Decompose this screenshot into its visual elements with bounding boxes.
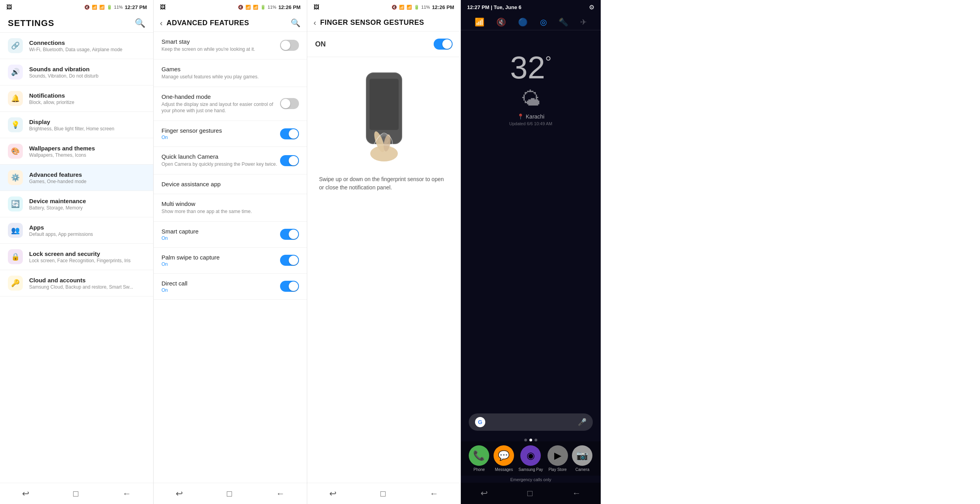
feature-item-quick-camera[interactable]: Quick launch Camera Open Camera by quick… (154, 147, 307, 174)
settings-item-title-cloud: Cloud and accounts (29, 277, 145, 284)
finger-header: ‹ FINGER SENSOR GESTURES (307, 14, 460, 32)
finger-content: ON Swipe up o (307, 32, 460, 483)
settings-item-text-display: Display Brightness, Blue light filter, H… (29, 119, 145, 132)
feature-text-one-handed: One-handed mode Adjust the display size … (161, 93, 280, 115)
feature-item-multi-window[interactable]: Multi window Show more than one app at t… (154, 194, 307, 222)
feature-title-multi-window: Multi window (161, 200, 299, 207)
finger-back-button[interactable]: ‹ (314, 18, 316, 27)
lock-search-bar[interactable]: G 🎤 (469, 413, 593, 431)
settings-item-sub-connections: Wi-Fi, Bluetooth, Data usage, Airplane m… (29, 47, 145, 52)
settings-item-cloud[interactable]: 🔑 Cloud and accounts Samsung Cloud, Back… (0, 270, 153, 296)
lock-time-value: 12:27 PM (467, 4, 489, 10)
settings-item-display[interactable]: 💡 Display Brightness, Blue light filter,… (0, 112, 153, 138)
feature-status-palm-swipe: On (161, 261, 280, 267)
home-button[interactable]: □ (73, 489, 78, 499)
mute-qs-icon[interactable]: 🔇 (496, 17, 506, 27)
lock-divider-container (461, 30, 601, 36)
advanced-features-panel: 🖼 🔇 📶 📶 🔋 11% 12:26 PM ‹ ADVANCED FEATUR… (154, 0, 307, 504)
lock-dot-indicator (461, 439, 601, 441)
feature-title-direct-call: Direct call (161, 280, 280, 287)
settings-item-text-lock: Lock screen and security Lock screen, Fa… (29, 250, 145, 263)
dock-camera-app[interactable]: 📷 Camera (572, 445, 592, 472)
finger-toggle[interactable] (434, 39, 453, 50)
settings-item-apps[interactable]: 👥 Apps Default apps, App permissions (0, 217, 153, 244)
settings-header: SETTINGS 🔍 (0, 14, 153, 33)
dock-samsung-pay-app[interactable]: ◉ Samsung Pay (518, 445, 543, 472)
airplane-qs-icon[interactable]: ✈ (580, 17, 587, 27)
toggle-smart-stay[interactable] (280, 40, 299, 51)
toggle-direct-call[interactable] (280, 281, 299, 292)
back-button2[interactable]: ← (276, 489, 285, 499)
settings-icon-wallpapers: 🎨 (8, 144, 23, 159)
settings-item-maintenance[interactable]: 🔄 Device maintenance Battery, Storage, M… (0, 191, 153, 217)
lock-city: Karachi (526, 113, 544, 120)
settings-item-text-notifications: Notifications Block, allow, prioritize (29, 92, 145, 105)
back-button3[interactable]: ← (430, 489, 438, 499)
toggle-smart-capture[interactable] (280, 229, 299, 240)
home-button2[interactable]: □ (227, 489, 232, 499)
settings-item-wallpapers[interactable]: 🎨 Wallpapers and themes Wallpapers, Them… (0, 138, 153, 165)
lock-time: 12:27 PM | Tue, June 6 (467, 4, 522, 10)
finger-on-label: ON (315, 40, 326, 48)
mic-icon[interactable]: 🎤 (578, 418, 587, 426)
dock-play-store-app[interactable]: ▶ Play Store (548, 445, 568, 472)
recent-apps-button3[interactable]: ↩ (329, 489, 336, 499)
dock-messages-app[interactable]: 💬 Messages (494, 445, 514, 472)
feature-text-finger-sensor: Finger sensor gestures On (161, 127, 280, 140)
finger-sensor-panel: 🖼 🔇 📶 📶 🔋 11% 12:26 PM ‹ FINGER SENSOR G… (307, 0, 461, 504)
settings-gear-icon[interactable]: ⚙ (589, 4, 594, 11)
lock-quick-settings: 📶 🔇 🔵 ◎ 🔦 ✈ (461, 14, 601, 30)
feature-item-direct-call[interactable]: Direct call On (154, 274, 307, 300)
recent-apps-button2[interactable]: ↩ (176, 489, 183, 499)
feature-item-one-handed[interactable]: One-handed mode Adjust the display size … (154, 87, 307, 121)
home-button4[interactable]: □ (527, 488, 533, 498)
back-button4[interactable]: ← (572, 488, 581, 498)
play-store-icon: ▶ (548, 445, 568, 466)
toggle-quick-camera[interactable] (280, 155, 299, 166)
flashlight-qs-icon[interactable]: 🔦 (559, 17, 568, 27)
recent-apps-button4[interactable]: ↩ (481, 488, 488, 498)
back-button[interactable]: ← (122, 489, 131, 499)
toggle-palm-swipe[interactable] (280, 255, 299, 266)
recent-apps-button[interactable]: ↩ (22, 489, 29, 499)
google-logo: G (475, 417, 485, 427)
lock-temperature: 32° (510, 52, 551, 83)
wifi-qs-icon[interactable]: 📶 (475, 17, 484, 27)
toggle-knob-smart-stay (281, 41, 290, 50)
toggle-one-handed[interactable] (280, 98, 299, 109)
feature-item-games[interactable]: Games Manage useful features while you p… (154, 59, 307, 87)
advanced-search-icon[interactable]: 🔍 (291, 18, 301, 28)
feature-item-smart-capture[interactable]: Smart capture On (154, 222, 307, 248)
svg-rect-1 (369, 79, 399, 130)
settings-item-lock[interactable]: 🔒 Lock screen and security Lock screen, … (0, 244, 153, 270)
toggle-finger-sensor[interactable] (280, 128, 299, 139)
feature-item-palm-swipe[interactable]: Palm swipe to capture On (154, 248, 307, 274)
settings-item-text-apps: Apps Default apps, App permissions (29, 224, 145, 237)
nfc-qs-icon[interactable]: ◎ (540, 17, 547, 27)
settings-item-notifications[interactable]: 🔔 Notifications Block, allow, prioritize (0, 85, 153, 112)
finger-toggle-knob (442, 39, 452, 49)
advanced-back-button[interactable]: ‹ (160, 19, 163, 28)
feature-item-finger-sensor[interactable]: Finger sensor gestures On (154, 121, 307, 147)
wifi-icon: 📶 (92, 5, 97, 10)
feature-text-multi-window: Multi window Show more than one app at t… (161, 200, 299, 215)
settings-item-sounds[interactable]: 🔊 Sounds and vibration Sounds, Vibration… (0, 59, 153, 85)
settings-icon-cloud: 🔑 (8, 276, 23, 291)
lock-updated: Updated 6/6 10:49 AM (509, 121, 552, 126)
feature-title-smart-capture: Smart capture (161, 228, 280, 235)
settings-item-text-wallpapers: Wallpapers and themes Wallpapers, Themes… (29, 145, 145, 158)
advanced-feature-list: Smart stay Keep the screen on while you'… (154, 32, 307, 483)
dock-phone-app[interactable]: 📞 Phone (469, 445, 489, 472)
settings-item-advanced[interactable]: ⚙️ Advanced features Games, One-handed m… (0, 165, 153, 191)
feature-item-device-assistance[interactable]: Device assistance app (154, 174, 307, 194)
feature-item-smart-stay[interactable]: Smart stay Keep the screen on while you'… (154, 32, 307, 59)
bluetooth-qs-icon[interactable]: 🔵 (518, 17, 528, 27)
settings-item-title-maintenance: Device maintenance (29, 198, 145, 204)
settings-item-title-advanced: Advanced features (29, 171, 145, 178)
feature-title-games: Games (161, 66, 299, 72)
settings-item-connections[interactable]: 🔗 Connections Wi-Fi, Bluetooth, Data usa… (0, 33, 153, 59)
wifi-icon2: 📶 (245, 5, 251, 10)
finger-bottom-nav: ↩ □ ← (307, 483, 460, 504)
settings-search-icon[interactable]: 🔍 (135, 18, 145, 28)
home-button3[interactable]: □ (380, 489, 386, 499)
